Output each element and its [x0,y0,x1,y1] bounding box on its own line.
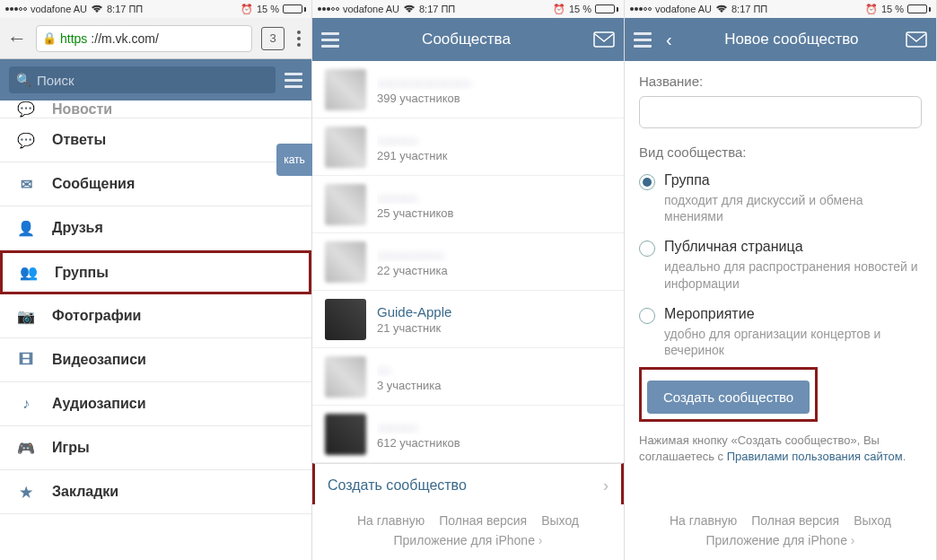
footer-app-link[interactable]: Приложение для iPhone › [625,533,936,547]
music-icon: ♪ [16,396,36,412]
footer-home[interactable]: На главную [357,513,425,528]
sidebar-item-audio[interactable]: ♪ Аудиозаписи [0,382,311,426]
signal-icon [630,7,652,11]
footer: На главную Полная версия Выход Приложени… [625,504,936,560]
battery-icon [907,4,931,13]
mail-icon: ✉ [16,176,36,193]
page-title: Новое сообщество [687,31,897,48]
sidebar-item-games[interactable]: 🎮 Игры [0,426,311,470]
radio-icon[interactable] [639,174,655,190]
time-label: 8:17 ПП [731,4,767,14]
sidebar-item-photos[interactable]: 📷 Фотографии [0,294,311,338]
footer-exit[interactable]: Выход [854,513,891,528]
mail-icon[interactable] [593,31,615,48]
back-icon[interactable]: ‹ [661,30,678,50]
radio-icon[interactable] [639,308,655,324]
community-item[interactable]: Guide-Apple 21 участник [312,291,624,348]
radio-desc: удобно для организации концертов и вечер… [664,326,922,358]
community-title: ——— [377,132,611,147]
hamburger-icon[interactable] [285,73,302,88]
footer-full[interactable]: Полная версия [751,513,839,528]
chevron-right-icon: › [603,477,609,495]
community-subtitle: 612 участников [377,436,611,450]
sidebar-item-news[interactable]: 💬 Новости [0,101,311,118]
community-title: ————— [377,247,611,262]
radio-option-event[interactable]: Мероприятие [639,301,922,326]
search-icon: 🔍 [16,73,31,87]
community-item[interactable]: ——— 25 участников [312,176,624,233]
footer-home[interactable]: На главную [670,513,737,528]
avatar [325,414,366,455]
partial-button[interactable]: кать [276,144,312,176]
radio-icon[interactable] [639,241,655,257]
lock-icon: 🔒 [42,31,57,45]
battery-pct: 15 % [569,4,591,14]
wifi-icon [403,4,416,13]
avatar [325,356,366,398]
time-label: 8:17 ПП [419,4,455,14]
footer: На главную Полная версия Выход Приложени… [312,504,624,560]
footer-app-link[interactable]: Приложение для iPhone › [312,533,624,547]
create-community-link[interactable]: Создать сообщество › [312,463,624,504]
create-community-button[interactable]: Создать сообщество [647,381,810,414]
community-title: ——————— [377,74,611,90]
sidebar-item-videos[interactable]: 🎞 Видеозаписи [0,338,311,382]
sidebar-item-friends[interactable]: 👤 Друзья [0,206,311,250]
community-item[interactable]: ——— 291 участник [312,118,624,176]
community-list[interactable]: ——————— 399 участников ——— 291 участник … [312,61,624,504]
alarm-icon: ⏰ [553,4,565,15]
hamburger-icon[interactable] [634,32,652,48]
menu-label: Видеозаписи [52,352,146,368]
carrier-label: vodafone AU [655,4,712,14]
community-item[interactable]: ——— 612 участников [312,406,624,463]
chat-icon: 💬 [16,101,36,118]
person-icon: 👤 [16,220,36,237]
radio-desc: подходит для дискуссий и обмена мнениями [664,192,922,224]
vk-header: Сообщества [312,18,624,61]
community-subtitle: 22 участника [377,264,611,277]
footer-full[interactable]: Полная версия [439,513,527,528]
vk-search-bar: 🔍 Поиск [0,59,311,101]
sidebar-item-messages[interactable]: ✉ Сообщения [0,162,311,206]
avatar [325,184,366,225]
carrier-label: vodafone AU [343,4,399,14]
tab-count-button[interactable]: 3 [261,27,285,50]
terms-text: Нажимая кнопку «Создать сообщество», Вы … [639,433,922,465]
community-item[interactable]: ——————— 399 участников [312,61,624,118]
overflow-menu-icon[interactable] [293,31,304,47]
wifi-icon [91,4,103,13]
type-label: Вид сообщества: [639,144,922,160]
video-icon: 🎞 [16,352,36,368]
menu-label: Ответы [52,132,106,148]
chat-icon: 💬 [16,132,36,149]
star-icon: ★ [16,484,36,501]
chevron-right-icon: › [539,533,543,547]
radio-option-page[interactable]: Публичная страница [639,233,922,258]
terms-link[interactable]: Правилами пользования сайтом [727,450,903,463]
sidebar-item-answers[interactable]: 💬 Ответы [0,118,311,162]
name-input[interactable] [639,96,922,128]
alarm-icon: ⏰ [865,4,878,15]
url-path: ://m.vk.com/ [91,31,158,46]
footer-exit[interactable]: Выход [541,513,579,528]
community-subtitle: 399 участников [377,92,611,105]
community-title: — [377,362,611,377]
status-bar: vodafone AU 8:17 ПП ⏰ 15 % [312,0,624,18]
search-placeholder: Поиск [37,73,74,88]
search-input[interactable]: 🔍 Поиск [9,66,276,93]
community-title: Guide-Apple [377,304,611,319]
mail-icon[interactable] [906,31,927,48]
people-icon: 👥 [19,264,39,281]
camera-icon: 📷 [16,308,36,325]
back-icon[interactable]: ← [7,27,27,50]
community-item[interactable]: — 3 участника [312,348,624,406]
url-box[interactable]: 🔒 https://m.vk.com/ [36,25,252,52]
sidebar-item-bookmarks[interactable]: ★ Закладки [0,470,311,514]
community-item[interactable]: ————— 22 участника [312,233,624,291]
alarm-icon: ⏰ [241,4,253,15]
hamburger-icon[interactable] [321,32,339,48]
avatar [325,299,366,340]
sidebar-item-groups[interactable]: 👥 Группы [0,250,311,294]
radio-option-group[interactable]: Группа [639,167,922,192]
chevron-right-icon: › [851,533,855,547]
